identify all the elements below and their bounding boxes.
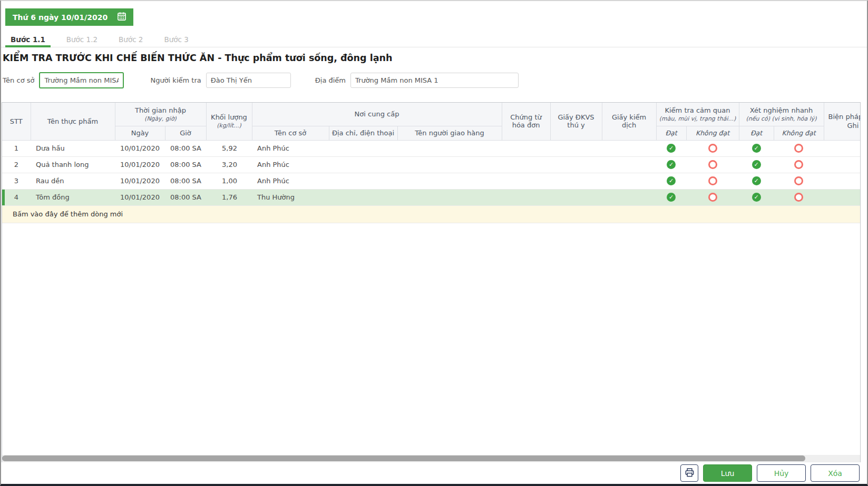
col-group-supplier: Nơi cung cấp: [252, 103, 502, 126]
grid-empty-area: [2, 223, 860, 455]
rapid-pass-check-icon[interactable]: [752, 193, 761, 202]
add-new-row[interactable]: Bấm vào đây để thêm dòng mới: [2, 205, 861, 223]
horizontal-scrollbar-thumb[interactable]: [2, 455, 805, 461]
tab-buoc-1-2[interactable]: Bước 1.2: [61, 32, 103, 47]
col-group-rapid-test: Xét nghiệm nhanh (nếu có) (vi sinh, hóa …: [739, 103, 824, 126]
col-header-sensory-pass: Đạt: [656, 126, 686, 140]
sensory-fail-circle-icon[interactable]: [708, 193, 717, 202]
table-row[interactable]: 1 Dưa hấu 10/01/2020 08:00 SA 5,92 Anh P…: [2, 140, 861, 156]
printer-icon: [684, 467, 695, 480]
col-header-day: Ngày: [115, 126, 165, 140]
horizontal-scrollbar-track[interactable]: [2, 455, 860, 462]
tab-buoc-3[interactable]: Bước 3: [159, 32, 193, 47]
tab-buoc-1-1[interactable]: Bước 1.1: [5, 32, 51, 47]
data-grid: STT Tên thực phẩm Thời gian nhập (Ngày, …: [2, 102, 861, 462]
col-header-weight: Khối lượng (kg/lít...): [206, 103, 252, 140]
col-header-weight-sub: (kg/lít...): [209, 122, 250, 129]
col-group-time: Thời gian nhập (Ngày, giờ): [115, 103, 206, 126]
col-header-hour: Giờ: [165, 126, 206, 140]
col-header-supplier-deliverer: Tên người giao hàng: [397, 126, 502, 140]
col-header-quarantine-cert: Giấy kiểm dịch: [602, 103, 656, 140]
rapid-fail-circle-icon[interactable]: [794, 144, 803, 153]
save-button[interactable]: Lưu: [703, 464, 752, 482]
rapid-fail-circle-icon[interactable]: [794, 176, 803, 185]
page-title: KIỂM TRA TRƯỚC KHI CHẾ BIẾN THỨC ĂN - Th…: [3, 52, 867, 64]
facility-name-label: Tên cơ sở: [3, 76, 34, 84]
col-header-sensory-fail: Không đạt: [686, 126, 739, 140]
info-form: Tên cơ sở Người kiểm tra Địa điểm: [3, 72, 867, 88]
inspector-input[interactable]: [206, 73, 291, 88]
footer-actions: Lưu Hủy Xóa: [1, 464, 860, 482]
rapid-pass-check-icon[interactable]: [752, 160, 761, 169]
tab-bar: Bước 1.1 Bước 1.2 Bước 2 Bước 3: [1, 32, 867, 47]
col-header-stt: STT: [2, 103, 31, 140]
tab-buoc-2[interactable]: Bước 2: [113, 32, 148, 47]
sensory-pass-check-icon[interactable]: [667, 193, 676, 202]
col-group-sensory: Kiểm tra cảm quan (màu, mùi vị, trạng th…: [656, 103, 739, 126]
col-header-action-note: Biện pháp xử lý Ghi chú: [824, 103, 861, 140]
facility-name-input[interactable]: [39, 72, 124, 88]
rapid-pass-check-icon[interactable]: [752, 176, 761, 185]
table-row[interactable]: 3 Rau dền 10/01/2020 08:00 SA 1,00 Anh P…: [2, 173, 861, 189]
sensory-pass-check-icon[interactable]: [667, 144, 676, 153]
col-header-rapid-fail: Không đạt: [774, 126, 824, 140]
cancel-button[interactable]: Hủy: [757, 464, 806, 482]
table-row[interactable]: 2 Quả thanh long 10/01/2020 08:00 SA 3,2…: [2, 156, 861, 173]
location-input[interactable]: [350, 73, 519, 88]
rapid-pass-check-icon[interactable]: [752, 144, 761, 153]
col-header-rapid-pass: Đạt: [739, 126, 774, 140]
app-window: Thứ 6 ngày 10/01/2020 Bước 1.1 Bước 1.2 …: [0, 0, 868, 486]
rapid-fail-circle-icon[interactable]: [794, 160, 803, 169]
table-row-selected[interactable]: 4 Tôm đồng 10/01/2020 08:00 SA 1,76 Thu …: [2, 189, 861, 205]
col-header-invoice: Chứng từ hóa đơn: [502, 103, 550, 140]
print-button[interactable]: [680, 464, 698, 482]
col-header-supplier-address: Địa chỉ, điện thoại: [329, 126, 397, 140]
delete-button[interactable]: Xóa: [811, 464, 860, 482]
sensory-pass-check-icon[interactable]: [667, 176, 676, 185]
sensory-pass-check-icon[interactable]: [667, 160, 676, 169]
inspector-label: Người kiểm tra: [150, 76, 201, 84]
sensory-fail-circle-icon[interactable]: [708, 176, 717, 185]
date-picker-button[interactable]: Thứ 6 ngày 10/01/2020: [5, 8, 133, 26]
rapid-fail-circle-icon[interactable]: [794, 193, 803, 202]
col-header-vet-cert: Giấy ĐKVS thú y: [550, 103, 602, 140]
col-group-rapid-test-sub: (nếu có) (vi sinh, hóa lý): [742, 115, 822, 122]
col-group-time-sub: (Ngày, giờ): [118, 115, 204, 122]
col-group-sensory-sub: (màu, mùi vị, trạng thái...): [659, 115, 737, 122]
sensory-fail-circle-icon[interactable]: [708, 160, 717, 169]
inspection-table: STT Tên thực phẩm Thời gian nhập (Ngày, …: [2, 103, 861, 223]
col-header-food: Tên thực phẩm: [31, 103, 115, 140]
date-label: Thứ 6 ngày 10/01/2020: [13, 13, 108, 22]
location-label: Địa điểm: [315, 76, 346, 84]
sensory-fail-circle-icon[interactable]: [708, 144, 717, 153]
calendar-icon: [116, 11, 127, 23]
col-header-supplier-name: Tên cơ sở: [252, 126, 329, 140]
